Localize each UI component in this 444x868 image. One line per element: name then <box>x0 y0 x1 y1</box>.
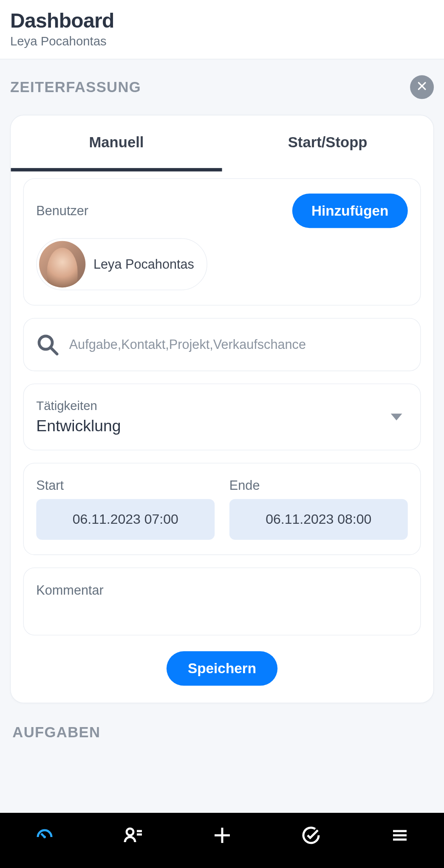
close-button[interactable] <box>410 75 434 99</box>
bottom-nav <box>0 813 444 868</box>
close-icon <box>416 80 428 94</box>
start-label: Start <box>36 478 215 493</box>
comment-section[interactable]: Kommentar <box>23 567 421 635</box>
app-header: Dashboard Leya Pocahontas <box>0 0 444 59</box>
activity-value: Entwicklung <box>36 417 407 435</box>
activity-section[interactable]: Tätigkeiten Entwicklung <box>23 384 421 450</box>
chevron-down-icon <box>391 413 402 420</box>
tabs: Manuell Start/Stopp <box>11 115 433 171</box>
person-list-icon <box>123 825 144 847</box>
search-icon <box>36 333 59 356</box>
nav-add[interactable] <box>178 813 266 860</box>
menu-icon <box>390 825 410 847</box>
page-title: Dashboard <box>10 9 434 33</box>
time-section: Start 06.11.2023 07:00 Ende 06.11.2023 0… <box>23 463 421 555</box>
nav-dashboard[interactable] <box>0 813 89 860</box>
svg-line-3 <box>41 834 45 837</box>
check-circle-icon <box>301 825 321 847</box>
svg-line-1 <box>51 347 57 354</box>
end-label: Ende <box>229 478 408 493</box>
gauge-icon <box>34 825 55 847</box>
user-section: Benutzer Hinzufügen Leya Pocahontas <box>23 178 421 306</box>
tab-start-stopp[interactable]: Start/Stopp <box>222 115 433 171</box>
search-input[interactable] <box>69 337 408 352</box>
nav-contacts[interactable] <box>89 813 178 860</box>
activity-label: Tätigkeiten <box>36 399 407 414</box>
start-time-field[interactable]: 06.11.2023 07:00 <box>36 499 215 540</box>
tab-manuell[interactable]: Manuell <box>11 115 222 171</box>
section-title-aufgaben: AUFGABEN <box>12 724 431 741</box>
section-title-zeiterfassung: ZEITERFASSUNG <box>10 79 141 96</box>
avatar <box>39 241 85 287</box>
page-subtitle: Leya Pocahontas <box>10 34 434 49</box>
add-user-button[interactable]: Hinzufügen <box>292 194 408 228</box>
svg-point-4 <box>127 829 133 835</box>
plus-icon <box>212 825 232 847</box>
user-label: Benutzer <box>36 203 88 219</box>
user-chip-name: Leya Pocahontas <box>93 257 194 272</box>
time-tracking-card: Manuell Start/Stopp Benutzer Hinzufügen … <box>10 115 434 703</box>
end-time-field[interactable]: 06.11.2023 08:00 <box>229 499 408 540</box>
save-button[interactable]: Speichern <box>166 651 277 685</box>
nav-tasks[interactable] <box>266 813 355 860</box>
user-chip[interactable]: Leya Pocahontas <box>36 238 207 290</box>
search-section <box>23 318 421 371</box>
comment-label: Kommentar <box>36 583 407 598</box>
nav-menu[interactable] <box>355 813 444 860</box>
